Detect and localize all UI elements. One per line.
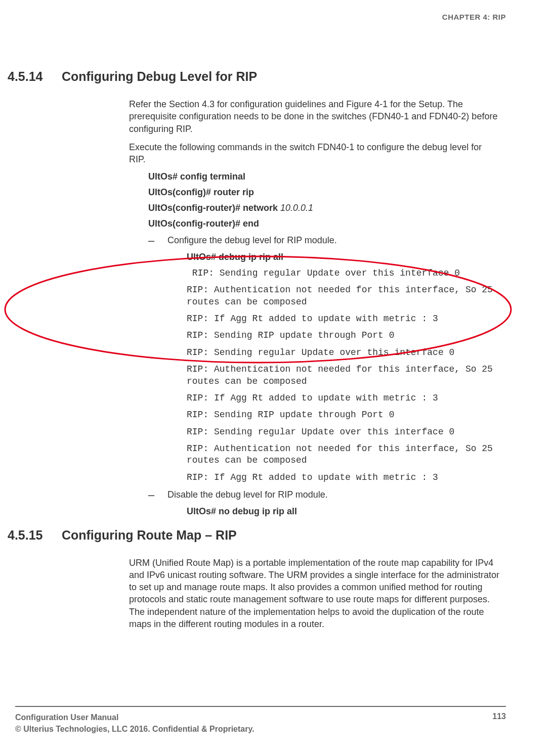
section-body-4-5-15: URM (Unified Route Map) is a portable im… xyxy=(129,557,501,631)
dash-bullet-icon: – xyxy=(148,234,167,246)
page-footer: Configuration User Manual © Ulterius Tec… xyxy=(15,706,506,735)
output-line: RIP: Authentication not needed for this … xyxy=(187,443,501,467)
footer-left: Configuration User Manual © Ulterius Tec… xyxy=(15,712,254,735)
page-header: CHAPTER 4: RIP xyxy=(15,13,506,21)
cli-command: UltOs# config terminal xyxy=(148,171,501,182)
paragraph: URM (Unified Route Map) is a portable im… xyxy=(129,557,501,631)
list-item-text: Configure the debug level for RIP module… xyxy=(167,234,337,246)
output-line: RIP: Sending regular Update over this in… xyxy=(187,426,501,438)
output-line: RIP: If Agg Rt added to update with metr… xyxy=(187,392,501,404)
output-line: RIP: Sending regular Update over this in… xyxy=(187,268,501,279)
output-line: RIP: If Agg Rt added to update with metr… xyxy=(187,313,501,325)
paragraph: Execute the following commands in the sw… xyxy=(129,141,501,166)
list-item-text: Disable the debug level for RIP module. xyxy=(167,488,328,501)
footer-doc-title: Configuration User Manual xyxy=(15,712,254,723)
section-number: 4.5.14 xyxy=(8,69,58,84)
cli-command: UltOs(config-router)# end xyxy=(148,218,501,229)
footer-page-number: 113 xyxy=(492,712,506,735)
list-item: – Disable the debug level for RIP module… xyxy=(148,488,501,501)
cli-command-prefix: UltOs(config-router)# network xyxy=(148,203,280,213)
list-item: – Configure the debug level for RIP modu… xyxy=(148,234,501,246)
output-line: RIP: Authentication not needed for this … xyxy=(187,284,501,308)
output-line: RIP: Sending RIP update through Port 0 xyxy=(187,330,501,341)
paragraph: Refer the Section 4.3 for configuration … xyxy=(129,98,501,135)
section-body-4-5-14: Refer the Section 4.3 for configuration … xyxy=(129,98,501,517)
chapter-label: CHAPTER 4: RIP xyxy=(442,13,506,21)
output-line: RIP: Sending RIP update through Port 0 xyxy=(187,409,501,421)
footer-copyright: © Ulterius Technologies, LLC 2016. Confi… xyxy=(15,724,254,735)
dash-bullet-icon: – xyxy=(148,488,167,501)
section-heading-4-5-15: 4.5.15 Configuring Route Map – RIP xyxy=(8,528,506,543)
cli-command: UltOs(config-router)# network 10.0.0.1 xyxy=(148,203,501,213)
cli-command-arg: 10.0.0.1 xyxy=(280,203,313,213)
cli-command: UltOs# debug ip rip all xyxy=(187,252,501,262)
section-title: Configuring Debug Level for RIP xyxy=(62,69,257,83)
cli-command: UltOs(config)# router rip xyxy=(148,187,501,198)
terminal-output: RIP: Sending regular Update over this in… xyxy=(187,268,501,483)
output-line: RIP: If Agg Rt added to update with metr… xyxy=(187,472,501,483)
section-title: Configuring Route Map – RIP xyxy=(62,528,237,542)
command-list: UltOs# config terminal UltOs(config)# ro… xyxy=(148,171,501,516)
section-number: 4.5.15 xyxy=(8,528,58,543)
section-heading-4-5-14: 4.5.14 Configuring Debug Level for RIP xyxy=(8,69,506,84)
output-line: RIP: Sending regular Update over this in… xyxy=(187,347,501,359)
cli-command: UltOs# no debug ip rip all xyxy=(187,506,501,517)
output-line: RIP: Authentication not needed for this … xyxy=(187,364,501,387)
